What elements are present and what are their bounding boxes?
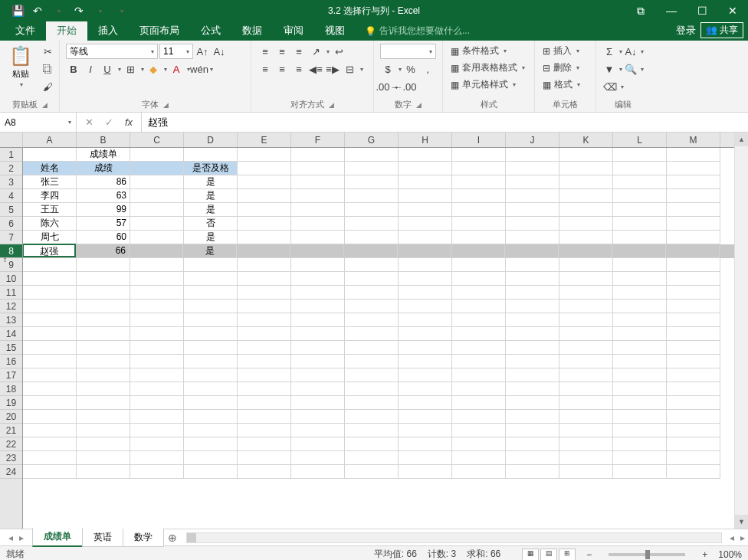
cell[interactable] bbox=[506, 355, 559, 368]
row-header[interactable]: 23 bbox=[0, 451, 22, 465]
paste-button[interactable]: 📋 粘贴 ▾ bbox=[6, 44, 35, 90]
cell[interactable] bbox=[613, 189, 667, 203]
column-header[interactable]: G bbox=[345, 133, 399, 147]
row-header[interactable]: 11 bbox=[0, 286, 22, 300]
cell[interactable] bbox=[506, 217, 559, 231]
chevron-down-icon[interactable]: ▾ bbox=[641, 48, 644, 55]
cell[interactable] bbox=[559, 162, 613, 175]
launcher-icon[interactable]: ◢ bbox=[42, 101, 48, 109]
cell[interactable] bbox=[130, 286, 184, 300]
sheet-tab-active[interactable]: 成绩单 bbox=[32, 528, 83, 547]
align-bottom-icon[interactable]: ≡ bbox=[291, 44, 307, 59]
cut-icon[interactable]: ✂ bbox=[40, 44, 55, 59]
cell[interactable] bbox=[184, 341, 238, 355]
cell[interactable] bbox=[506, 396, 559, 410]
cell[interactable] bbox=[666, 244, 720, 258]
cell[interactable] bbox=[399, 451, 452, 465]
cell[interactable] bbox=[613, 258, 667, 272]
cell[interactable] bbox=[559, 286, 613, 300]
cell[interactable] bbox=[399, 327, 452, 341]
cell[interactable] bbox=[130, 175, 184, 189]
cell[interactable] bbox=[238, 396, 291, 410]
cell[interactable] bbox=[238, 465, 291, 479]
row-header[interactable]: 24 bbox=[0, 465, 22, 479]
cell[interactable] bbox=[77, 424, 130, 437]
cell[interactable] bbox=[345, 382, 399, 396]
cell[interactable] bbox=[23, 396, 77, 410]
cell[interactable] bbox=[399, 175, 452, 189]
cell[interactable] bbox=[130, 368, 184, 382]
cell[interactable] bbox=[238, 272, 291, 286]
cell[interactable] bbox=[667, 162, 720, 175]
cell[interactable] bbox=[23, 355, 77, 368]
cell[interactable] bbox=[559, 231, 613, 244]
view-page-layout-icon[interactable]: ▤ bbox=[540, 549, 557, 561]
cell[interactable] bbox=[238, 424, 291, 437]
cell[interactable] bbox=[23, 327, 77, 341]
cell[interactable] bbox=[506, 231, 559, 244]
row-header[interactable]: 18 bbox=[0, 382, 22, 396]
cell[interactable]: 周七 bbox=[23, 231, 77, 244]
cell[interactable]: 是 bbox=[184, 189, 238, 203]
cell[interactable]: 60 bbox=[77, 231, 130, 244]
cell[interactable] bbox=[559, 368, 613, 382]
cell[interactable] bbox=[559, 355, 613, 368]
column-header[interactable]: L bbox=[613, 133, 667, 147]
row-header[interactable]: 16 bbox=[0, 355, 22, 368]
cell[interactable] bbox=[398, 244, 451, 258]
cell[interactable] bbox=[345, 368, 399, 382]
cell[interactable] bbox=[345, 327, 399, 341]
cell[interactable] bbox=[23, 313, 77, 327]
cell[interactable] bbox=[238, 189, 291, 203]
view-normal-icon[interactable]: ▦ bbox=[522, 549, 539, 561]
row-header[interactable]: 20 bbox=[0, 410, 22, 424]
cell[interactable] bbox=[506, 148, 559, 162]
zoom-in-button[interactable]: + bbox=[702, 549, 707, 560]
cell[interactable] bbox=[452, 355, 506, 368]
cells-viewport[interactable]: 成绩单姓名成绩是否及格张三86是李四63是王五99是陈六57否周七60是赵强66… bbox=[23, 148, 734, 529]
insert-cells-button[interactable]: ⊞插入▾ bbox=[541, 44, 589, 58]
cell[interactable] bbox=[506, 437, 559, 451]
cell[interactable]: 陈六 bbox=[23, 217, 77, 231]
cell[interactable]: 是 bbox=[184, 203, 238, 217]
row-header[interactable]: 5 bbox=[0, 203, 22, 217]
cell[interactable] bbox=[559, 437, 613, 451]
ribbon-display-icon[interactable]: ⧉ bbox=[625, 0, 656, 21]
cell[interactable] bbox=[667, 258, 720, 272]
cell[interactable] bbox=[130, 465, 184, 479]
tab-home[interactable]: 开始 bbox=[46, 21, 87, 41]
cell[interactable] bbox=[452, 148, 506, 162]
cell[interactable]: 姓名 bbox=[23, 162, 77, 175]
cell[interactable] bbox=[613, 465, 667, 479]
column-header[interactable]: M bbox=[667, 133, 720, 147]
cell[interactable] bbox=[451, 244, 505, 258]
row-header[interactable]: 21 bbox=[0, 424, 22, 437]
align-middle-icon[interactable]: ≡ bbox=[274, 44, 290, 59]
cell[interactable] bbox=[238, 368, 291, 382]
tab-view[interactable]: 视图 bbox=[314, 21, 356, 41]
cell[interactable] bbox=[452, 341, 506, 355]
cell[interactable] bbox=[506, 451, 559, 465]
align-center-icon[interactable]: ≡ bbox=[274, 61, 290, 77]
cell[interactable] bbox=[613, 217, 667, 231]
tab-formulas[interactable]: 公式 bbox=[190, 21, 231, 41]
cell[interactable] bbox=[130, 203, 184, 217]
cell[interactable] bbox=[452, 300, 506, 313]
cell[interactable] bbox=[613, 451, 667, 465]
cell[interactable] bbox=[559, 396, 613, 410]
undo-dropdown-icon[interactable]: ▾ bbox=[51, 2, 67, 19]
cell[interactable] bbox=[506, 300, 559, 313]
indent-increase-icon[interactable]: ≡▶ bbox=[325, 61, 340, 77]
cell[interactable] bbox=[130, 410, 184, 424]
cell[interactable]: 李四 bbox=[23, 189, 77, 203]
cell[interactable] bbox=[452, 313, 506, 327]
cell[interactable] bbox=[345, 203, 399, 217]
autosum-icon[interactable]: Σ bbox=[602, 44, 616, 59]
vertical-scrollbar[interactable]: ▲ ▼ bbox=[734, 133, 748, 529]
cell[interactable] bbox=[77, 300, 130, 313]
scroll-right-icon[interactable]: ▸ bbox=[737, 532, 748, 543]
zoom-slider[interactable] bbox=[609, 553, 685, 556]
cell[interactable] bbox=[238, 451, 291, 465]
column-header[interactable]: A bbox=[23, 133, 77, 147]
cell[interactable] bbox=[613, 231, 667, 244]
